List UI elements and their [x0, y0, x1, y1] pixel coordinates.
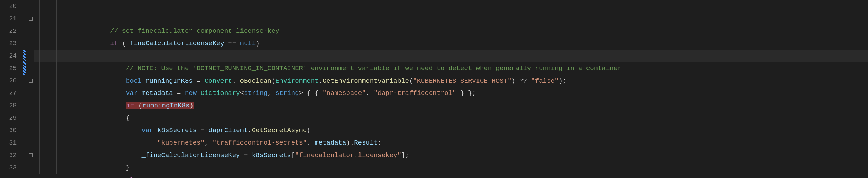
keyword: else — [126, 176, 142, 178]
code-editor: 20 21 22 23 24 25 26 27 28 29 30 31 32 3… — [0, 0, 868, 178]
editor-gutter: 20 21 22 23 24 25 26 27 28 29 30 31 32 3… — [0, 0, 34, 178]
line-number[interactable]: 30 — [0, 124, 17, 137]
code-line[interactable]: if (runningInK8s) — [34, 75, 868, 87]
line-number[interactable]: 27 — [0, 87, 17, 99]
edit-marker — [23, 50, 26, 62]
code-line[interactable]: var k8sSecrets = daprClient.GetSecretAsy… — [34, 99, 868, 112]
code-content[interactable]: // set finecalculator component license-… — [34, 0, 868, 178]
line-number[interactable]: 26 — [0, 75, 17, 87]
line-number[interactable]: 21 — [0, 12, 17, 25]
glyph-margin — [21, 0, 28, 178]
code-line[interactable]: "kubernetes", "trafficcontrol-secrets", … — [34, 112, 868, 124]
code-line[interactable]: if (_fineCalculatorLicenseKey == null) — [34, 12, 868, 25]
line-number[interactable]: 29 — [0, 112, 17, 124]
line-number[interactable]: 33 — [0, 161, 17, 174]
line-number[interactable]: 24 — [0, 50, 17, 62]
code-line[interactable]: { — [34, 25, 868, 37]
line-number[interactable]: 32 — [0, 149, 17, 161]
code-line-active[interactable]: bool runningInK8s = Convert.ToBoolean(En… — [34, 50, 868, 62]
code-line[interactable]: // NOTE: Use the 'DOTNET_RUNNING_IN_CONT… — [34, 37, 868, 50]
line-number[interactable]: 31 — [0, 137, 17, 149]
code-line[interactable]: { — [34, 87, 868, 99]
code-line[interactable]: else — [34, 149, 868, 161]
line-number[interactable]: 22 — [0, 25, 17, 37]
code-line[interactable]: _fineCalculatorLicenseKey = k8sSecrets["… — [34, 124, 868, 137]
line-number[interactable]: 25 — [0, 62, 17, 75]
line-number-column: 20 21 22 23 24 25 26 27 28 29 30 31 32 3… — [0, 0, 21, 178]
line-number[interactable]: 20 — [0, 0, 17, 12]
edit-marker — [23, 62, 26, 75]
code-line[interactable]: } — [34, 137, 868, 149]
line-number[interactable]: 23 — [0, 37, 17, 50]
line-number[interactable]: 28 — [0, 99, 17, 112]
fold-margin: − − − — [28, 0, 34, 178]
code-line[interactable]: var metadata = new Dictionary<string, st… — [34, 62, 868, 75]
code-line[interactable]: // set finecalculator component license-… — [34, 0, 868, 12]
code-line[interactable]: { — [34, 161, 868, 174]
